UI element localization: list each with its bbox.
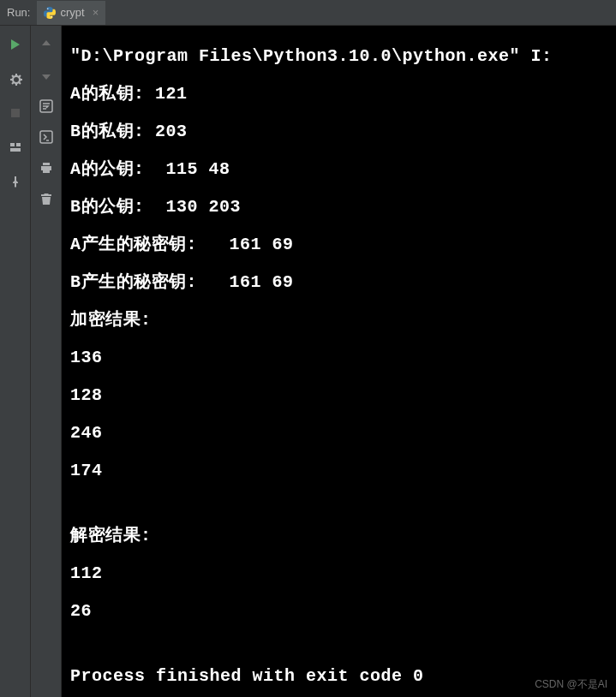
svg-point-0 bbox=[48, 8, 49, 9]
stop-button[interactable] bbox=[5, 103, 26, 123]
console-line bbox=[70, 635, 607, 652]
console-line: 解密结果: bbox=[70, 522, 607, 550]
run-config-tab[interactable]: crypt × bbox=[37, 1, 105, 25]
console-line: A产生的秘密钥: 161 69 bbox=[70, 231, 607, 259]
toolbar-primary bbox=[0, 26, 31, 697]
svg-rect-3 bbox=[10, 143, 15, 146]
svg-rect-5 bbox=[10, 148, 21, 152]
svg-rect-2 bbox=[11, 109, 20, 117]
console-line: B的私钥: 203 bbox=[70, 118, 607, 146]
console-line: 136 bbox=[70, 344, 607, 372]
down-arrow-button[interactable] bbox=[36, 65, 57, 86]
trash-button[interactable] bbox=[36, 188, 57, 209]
console-line: 26 bbox=[70, 598, 607, 625]
console-line: 246 bbox=[70, 420, 607, 447]
console-line: 加密结果: bbox=[70, 307, 607, 334]
console-line: A的公钥: 115 48 bbox=[70, 156, 607, 183]
svg-rect-4 bbox=[16, 143, 21, 146]
console-line: Process finished with exit code 0 bbox=[70, 663, 607, 690]
console-line: B产生的秘密钥: 161 69 bbox=[70, 269, 607, 296]
run-button[interactable] bbox=[5, 34, 26, 55]
console-line: 128 bbox=[70, 382, 607, 409]
print-button[interactable] bbox=[36, 158, 57, 178]
console-line: "D:\Program Files\Python3.10.0\python.ex… bbox=[70, 43, 607, 70]
console-line: 174 bbox=[70, 457, 607, 485]
close-icon[interactable]: × bbox=[89, 6, 99, 19]
tab-label: crypt bbox=[60, 6, 84, 19]
python-icon bbox=[44, 7, 56, 19]
scroll-to-end-button[interactable] bbox=[36, 127, 57, 147]
layout-button[interactable] bbox=[5, 137, 26, 158]
main-area: "D:\Program Files\Python3.10.0\python.ex… bbox=[0, 26, 616, 697]
console-line: 112 bbox=[70, 560, 607, 587]
settings-button[interactable] bbox=[5, 69, 26, 89]
up-arrow-button[interactable] bbox=[36, 34, 57, 55]
soft-wrap-button[interactable] bbox=[36, 96, 57, 116]
toolbar-secondary bbox=[31, 26, 62, 697]
watermark: CSDN @不是AI bbox=[535, 677, 607, 692]
console-line: B的公钥: 130 203 bbox=[70, 194, 607, 221]
console-line bbox=[70, 495, 607, 512]
pin-button[interactable] bbox=[5, 171, 26, 192]
svg-point-1 bbox=[51, 16, 52, 17]
tab-bar: Run: crypt × bbox=[0, 0, 616, 26]
run-label: Run: bbox=[0, 6, 37, 19]
console-output[interactable]: "D:\Program Files\Python3.10.0\python.ex… bbox=[62, 26, 616, 697]
console-line: A的私钥: 121 bbox=[70, 80, 607, 108]
